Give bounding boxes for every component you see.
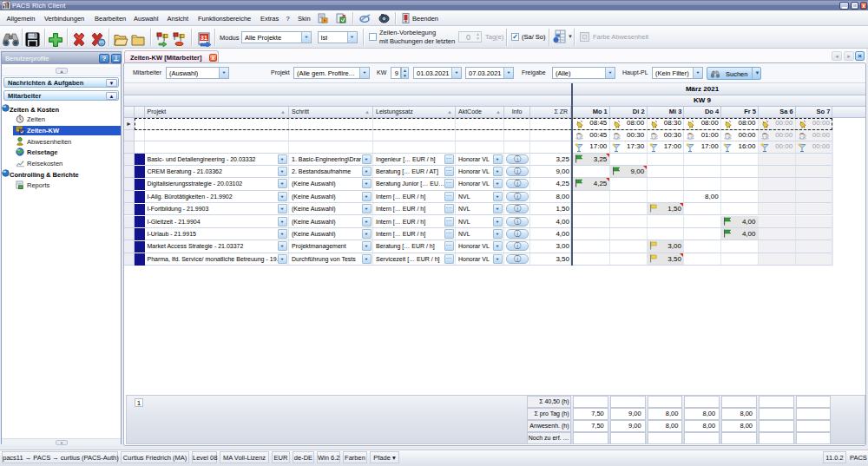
svg-text:31: 31	[201, 35, 207, 41]
